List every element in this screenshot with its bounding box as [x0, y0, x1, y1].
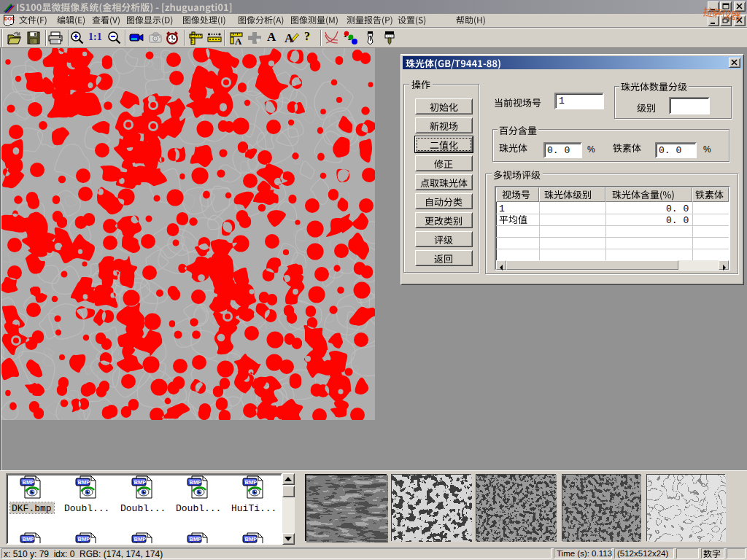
- svg-text:BMP: BMP: [245, 536, 258, 542]
- svg-text:BMP: BMP: [134, 536, 147, 542]
- svg-text:BMP: BMP: [78, 536, 90, 542]
- svg-text:BMP: BMP: [23, 536, 35, 542]
- svg-text:A: A: [235, 36, 242, 45]
- svg-text:BMP: BMP: [190, 536, 202, 542]
- svg-text:DOC: DOC: [4, 16, 15, 21]
